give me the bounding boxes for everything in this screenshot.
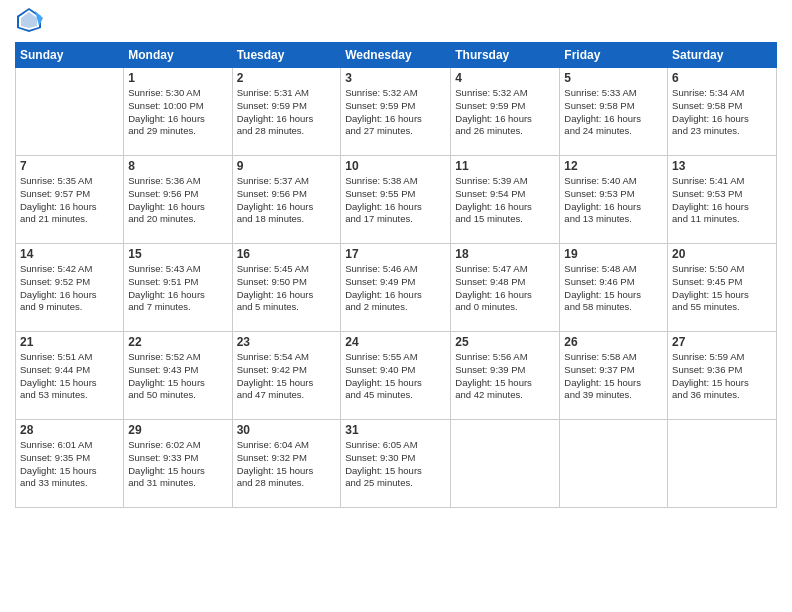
day-number: 23	[237, 335, 337, 349]
col-header-tuesday: Tuesday	[232, 43, 341, 68]
day-number: 18	[455, 247, 555, 261]
col-header-monday: Monday	[124, 43, 232, 68]
calendar-cell: 27Sunrise: 5:59 AMSunset: 9:36 PMDayligh…	[668, 332, 777, 420]
day-number: 5	[564, 71, 663, 85]
day-number: 17	[345, 247, 446, 261]
calendar-cell: 10Sunrise: 5:38 AMSunset: 9:55 PMDayligh…	[341, 156, 451, 244]
day-number: 24	[345, 335, 446, 349]
calendar-cell: 1Sunrise: 5:30 AMSunset: 10:00 PMDayligh…	[124, 68, 232, 156]
day-number: 21	[20, 335, 119, 349]
calendar-cell: 2Sunrise: 5:31 AMSunset: 9:59 PMDaylight…	[232, 68, 341, 156]
calendar-cell: 23Sunrise: 5:54 AMSunset: 9:42 PMDayligh…	[232, 332, 341, 420]
calendar-cell: 13Sunrise: 5:41 AMSunset: 9:53 PMDayligh…	[668, 156, 777, 244]
cell-content: Sunrise: 5:46 AMSunset: 9:49 PMDaylight:…	[345, 263, 446, 314]
calendar-cell: 20Sunrise: 5:50 AMSunset: 9:45 PMDayligh…	[668, 244, 777, 332]
calendar-cell	[16, 68, 124, 156]
cell-content: Sunrise: 5:47 AMSunset: 9:48 PMDaylight:…	[455, 263, 555, 314]
day-number: 2	[237, 71, 337, 85]
day-number: 1	[128, 71, 227, 85]
calendar: SundayMondayTuesdayWednesdayThursdayFrid…	[15, 42, 777, 508]
cell-content: Sunrise: 5:56 AMSunset: 9:39 PMDaylight:…	[455, 351, 555, 402]
cell-content: Sunrise: 5:34 AMSunset: 9:58 PMDaylight:…	[672, 87, 772, 138]
cell-content: Sunrise: 5:52 AMSunset: 9:43 PMDaylight:…	[128, 351, 227, 402]
col-header-thursday: Thursday	[451, 43, 560, 68]
calendar-cell	[560, 420, 668, 508]
calendar-cell: 26Sunrise: 5:58 AMSunset: 9:37 PMDayligh…	[560, 332, 668, 420]
day-number: 25	[455, 335, 555, 349]
day-number: 12	[564, 159, 663, 173]
day-number: 27	[672, 335, 772, 349]
calendar-cell	[668, 420, 777, 508]
calendar-cell: 9Sunrise: 5:37 AMSunset: 9:56 PMDaylight…	[232, 156, 341, 244]
cell-content: Sunrise: 5:30 AMSunset: 10:00 PMDaylight…	[128, 87, 227, 138]
calendar-cell: 4Sunrise: 5:32 AMSunset: 9:59 PMDaylight…	[451, 68, 560, 156]
cell-content: Sunrise: 5:58 AMSunset: 9:37 PMDaylight:…	[564, 351, 663, 402]
calendar-cell: 18Sunrise: 5:47 AMSunset: 9:48 PMDayligh…	[451, 244, 560, 332]
col-header-sunday: Sunday	[16, 43, 124, 68]
header	[15, 10, 777, 34]
day-number: 3	[345, 71, 446, 85]
day-number: 10	[345, 159, 446, 173]
day-number: 26	[564, 335, 663, 349]
calendar-cell: 8Sunrise: 5:36 AMSunset: 9:56 PMDaylight…	[124, 156, 232, 244]
cell-content: Sunrise: 6:01 AMSunset: 9:35 PMDaylight:…	[20, 439, 119, 490]
day-number: 30	[237, 423, 337, 437]
cell-content: Sunrise: 5:59 AMSunset: 9:36 PMDaylight:…	[672, 351, 772, 402]
cell-content: Sunrise: 5:33 AMSunset: 9:58 PMDaylight:…	[564, 87, 663, 138]
day-number: 28	[20, 423, 119, 437]
calendar-cell: 30Sunrise: 6:04 AMSunset: 9:32 PMDayligh…	[232, 420, 341, 508]
calendar-cell: 19Sunrise: 5:48 AMSunset: 9:46 PMDayligh…	[560, 244, 668, 332]
calendar-cell: 7Sunrise: 5:35 AMSunset: 9:57 PMDaylight…	[16, 156, 124, 244]
calendar-cell	[451, 420, 560, 508]
day-number: 9	[237, 159, 337, 173]
week-row-4: 21Sunrise: 5:51 AMSunset: 9:44 PMDayligh…	[16, 332, 777, 420]
day-number: 7	[20, 159, 119, 173]
calendar-cell: 17Sunrise: 5:46 AMSunset: 9:49 PMDayligh…	[341, 244, 451, 332]
logo	[15, 10, 45, 34]
cell-content: Sunrise: 5:39 AMSunset: 9:54 PMDaylight:…	[455, 175, 555, 226]
logo-icon	[15, 6, 43, 34]
calendar-cell: 29Sunrise: 6:02 AMSunset: 9:33 PMDayligh…	[124, 420, 232, 508]
col-header-friday: Friday	[560, 43, 668, 68]
calendar-cell: 21Sunrise: 5:51 AMSunset: 9:44 PMDayligh…	[16, 332, 124, 420]
cell-content: Sunrise: 5:31 AMSunset: 9:59 PMDaylight:…	[237, 87, 337, 138]
calendar-cell: 12Sunrise: 5:40 AMSunset: 9:53 PMDayligh…	[560, 156, 668, 244]
col-header-saturday: Saturday	[668, 43, 777, 68]
header-row: SundayMondayTuesdayWednesdayThursdayFrid…	[16, 43, 777, 68]
cell-content: Sunrise: 5:40 AMSunset: 9:53 PMDaylight:…	[564, 175, 663, 226]
cell-content: Sunrise: 5:51 AMSunset: 9:44 PMDaylight:…	[20, 351, 119, 402]
day-number: 14	[20, 247, 119, 261]
day-number: 11	[455, 159, 555, 173]
cell-content: Sunrise: 6:02 AMSunset: 9:33 PMDaylight:…	[128, 439, 227, 490]
cell-content: Sunrise: 5:43 AMSunset: 9:51 PMDaylight:…	[128, 263, 227, 314]
cell-content: Sunrise: 5:37 AMSunset: 9:56 PMDaylight:…	[237, 175, 337, 226]
week-row-1: 1Sunrise: 5:30 AMSunset: 10:00 PMDayligh…	[16, 68, 777, 156]
day-number: 29	[128, 423, 227, 437]
day-number: 4	[455, 71, 555, 85]
week-row-2: 7Sunrise: 5:35 AMSunset: 9:57 PMDaylight…	[16, 156, 777, 244]
day-number: 6	[672, 71, 772, 85]
calendar-cell: 31Sunrise: 6:05 AMSunset: 9:30 PMDayligh…	[341, 420, 451, 508]
cell-content: Sunrise: 5:35 AMSunset: 9:57 PMDaylight:…	[20, 175, 119, 226]
day-number: 15	[128, 247, 227, 261]
cell-content: Sunrise: 5:55 AMSunset: 9:40 PMDaylight:…	[345, 351, 446, 402]
cell-content: Sunrise: 5:41 AMSunset: 9:53 PMDaylight:…	[672, 175, 772, 226]
calendar-cell: 6Sunrise: 5:34 AMSunset: 9:58 PMDaylight…	[668, 68, 777, 156]
calendar-cell: 16Sunrise: 5:45 AMSunset: 9:50 PMDayligh…	[232, 244, 341, 332]
day-number: 13	[672, 159, 772, 173]
cell-content: Sunrise: 5:50 AMSunset: 9:45 PMDaylight:…	[672, 263, 772, 314]
page: SundayMondayTuesdayWednesdayThursdayFrid…	[0, 0, 792, 612]
calendar-cell: 11Sunrise: 5:39 AMSunset: 9:54 PMDayligh…	[451, 156, 560, 244]
cell-content: Sunrise: 5:48 AMSunset: 9:46 PMDaylight:…	[564, 263, 663, 314]
col-header-wednesday: Wednesday	[341, 43, 451, 68]
day-number: 20	[672, 247, 772, 261]
week-row-3: 14Sunrise: 5:42 AMSunset: 9:52 PMDayligh…	[16, 244, 777, 332]
day-number: 8	[128, 159, 227, 173]
week-row-5: 28Sunrise: 6:01 AMSunset: 9:35 PMDayligh…	[16, 420, 777, 508]
calendar-cell: 14Sunrise: 5:42 AMSunset: 9:52 PMDayligh…	[16, 244, 124, 332]
day-number: 31	[345, 423, 446, 437]
calendar-cell: 24Sunrise: 5:55 AMSunset: 9:40 PMDayligh…	[341, 332, 451, 420]
cell-content: Sunrise: 5:36 AMSunset: 9:56 PMDaylight:…	[128, 175, 227, 226]
cell-content: Sunrise: 6:05 AMSunset: 9:30 PMDaylight:…	[345, 439, 446, 490]
calendar-cell: 22Sunrise: 5:52 AMSunset: 9:43 PMDayligh…	[124, 332, 232, 420]
